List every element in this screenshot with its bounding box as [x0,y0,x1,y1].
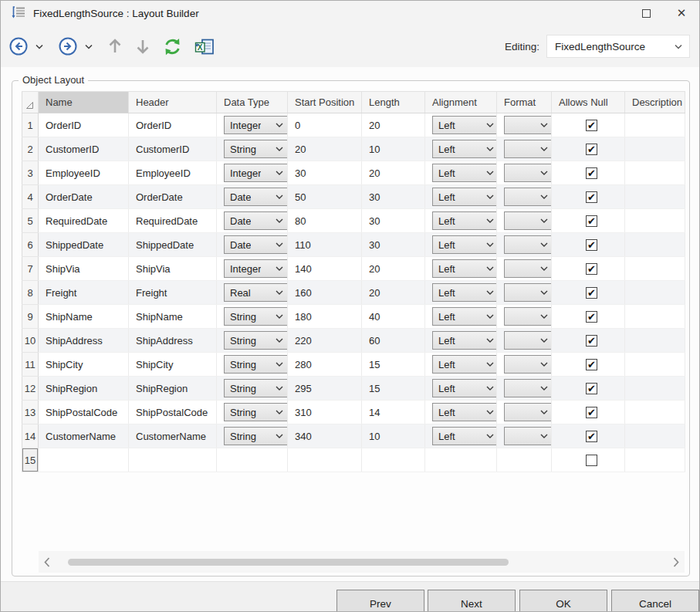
scroll-left-button[interactable] [39,551,56,573]
column-header-alignment[interactable]: Alignment [425,92,497,113]
data-type-select[interactable]: String [224,140,288,158]
table-cell[interactable]: 10 [362,137,425,161]
table-cell[interactable]: RequiredDate [129,209,217,233]
table-cell[interactable]: CustomerName [129,424,217,448]
table-cell[interactable]: 20 [362,257,425,281]
column-header-start-position[interactable]: Start Position [288,92,362,113]
allows-null-checkbox[interactable]: ✔ [586,191,597,203]
table-cell[interactable]: ShipRegion [39,377,129,401]
format-select[interactable] [504,283,552,302]
row-number[interactable]: 13 [22,401,39,424]
row-number[interactable]: 12 [22,377,39,401]
alignment-select[interactable]: Left [432,116,497,134]
refresh-button[interactable] [161,33,184,59]
allows-null-checkbox[interactable]: ✔ [586,167,597,179]
horizontal-scrollbar[interactable] [39,551,685,573]
editing-select[interactable]: FixedLengthSource [546,35,690,58]
data-type-select[interactable]: String [224,403,288,421]
table-cell[interactable]: 40 [362,305,425,329]
table-cell[interactable]: 310 [288,401,362,424]
allows-null-checkbox[interactable]: ✔ [586,311,597,323]
table-cell[interactable] [625,424,685,448]
table-cell[interactable]: 60 [362,329,425,353]
allows-null-checkbox[interactable]: ✔ [586,383,597,394]
cancel-button[interactable]: Cancel [611,590,699,612]
table-cell[interactable]: 340 [288,424,362,448]
data-type-select[interactable]: Date [224,188,288,206]
table-cell[interactable]: 20 [362,281,425,305]
table-cell[interactable] [625,233,685,257]
table-cell[interactable]: ShipName [129,305,217,329]
table-cell[interactable]: ShipAddress [129,329,217,353]
alignment-select[interactable]: Left [432,211,497,230]
table-cell[interactable]: ShipPostalCode [129,401,217,424]
back-dropdown-button[interactable] [31,33,48,59]
data-type-select[interactable]: String [224,331,288,350]
alignment-select[interactable]: Left [432,427,497,445]
format-select[interactable] [504,116,552,134]
table-cell[interactable]: ShipRegion [129,377,217,401]
table-cell[interactable] [625,401,685,424]
column-header-length[interactable]: Length [362,92,425,113]
column-header-name[interactable]: Name [39,92,129,113]
table-cell[interactable]: 295 [288,377,362,401]
table-cell[interactable]: ShippedDate [39,233,129,257]
alignment-select[interactable]: Left [432,331,497,350]
data-type-select[interactable]: Date [224,235,288,254]
row-number[interactable]: 2 [22,137,39,161]
format-select[interactable] [504,379,552,397]
table-cell[interactable] [625,448,685,472]
table-cell[interactable]: 30 [362,233,425,257]
export-excel-button[interactable]: X [192,33,218,59]
table-cell[interactable]: CustomerName [39,424,129,448]
table-cell[interactable] [425,448,497,472]
table-cell[interactable]: ShippedDate [129,233,217,257]
table-cell[interactable] [217,448,288,472]
data-type-select[interactable]: String [224,307,288,326]
alignment-select[interactable]: Left [432,259,497,278]
alignment-select[interactable]: Left [432,379,497,397]
table-cell[interactable]: 20 [362,113,425,137]
table-cell[interactable]: 140 [288,257,362,281]
table-cell[interactable] [497,448,552,472]
table-cell[interactable]: 160 [288,281,362,305]
table-cell[interactable]: 20 [288,137,362,161]
scrollbar-track[interactable] [56,551,668,573]
forward-button[interactable] [56,33,80,59]
table-cell[interactable]: OrderID [39,113,129,137]
table-cell[interactable] [625,113,685,137]
table-cell[interactable]: CustomerID [39,137,129,161]
format-select[interactable] [504,427,552,445]
column-header-data-type[interactable]: Data Type [217,92,288,113]
alignment-select[interactable]: Left [432,188,497,206]
alignment-select[interactable]: Left [432,235,497,254]
table-cell[interactable]: Freight [39,281,129,305]
column-header-header[interactable]: Header [129,92,217,113]
format-select[interactable] [504,259,552,278]
move-up-button[interactable] [105,33,125,59]
alignment-select[interactable]: Left [432,403,497,421]
allows-null-checkbox[interactable] [586,455,597,466]
alignment-select[interactable]: Left [432,355,497,374]
allows-null-checkbox[interactable]: ✔ [586,287,597,299]
allows-null-checkbox[interactable]: ✔ [586,215,597,227]
table-cell[interactable] [625,209,685,233]
ok-button[interactable]: OK [519,590,607,612]
table-cell[interactable]: ShipVia [39,257,129,281]
allows-null-checkbox[interactable]: ✔ [586,239,597,251]
row-number[interactable]: 15 [22,448,39,472]
table-cell[interactable]: OrderID [129,113,217,137]
data-type-select[interactable]: Integer [224,164,288,182]
table-cell[interactable]: 220 [288,329,362,353]
data-type-select[interactable]: String [224,355,288,374]
scrollbar-thumb[interactable] [68,559,509,566]
alignment-select[interactable]: Left [432,140,497,158]
back-button[interactable] [6,33,31,59]
table-cell[interactable]: 180 [288,305,362,329]
table-cell[interactable]: ShipName [39,305,129,329]
table-cell[interactable]: EmployeeID [39,161,129,185]
format-select[interactable] [504,235,552,254]
table-cell[interactable]: 50 [288,185,362,209]
data-type-select[interactable]: String [224,427,288,445]
table-cell[interactable] [288,448,362,472]
